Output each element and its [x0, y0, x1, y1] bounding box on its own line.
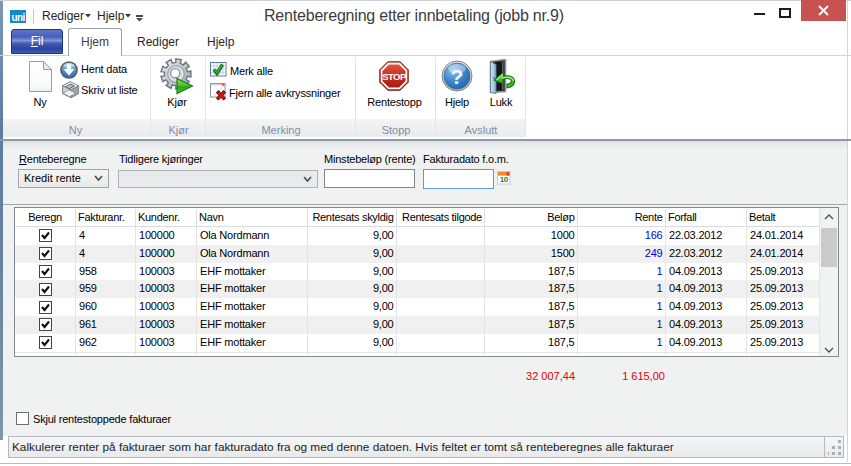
svg-text:?: ?: [451, 65, 464, 88]
svg-text:10: 10: [500, 175, 509, 184]
svg-text:STOP: STOP: [382, 71, 407, 82]
